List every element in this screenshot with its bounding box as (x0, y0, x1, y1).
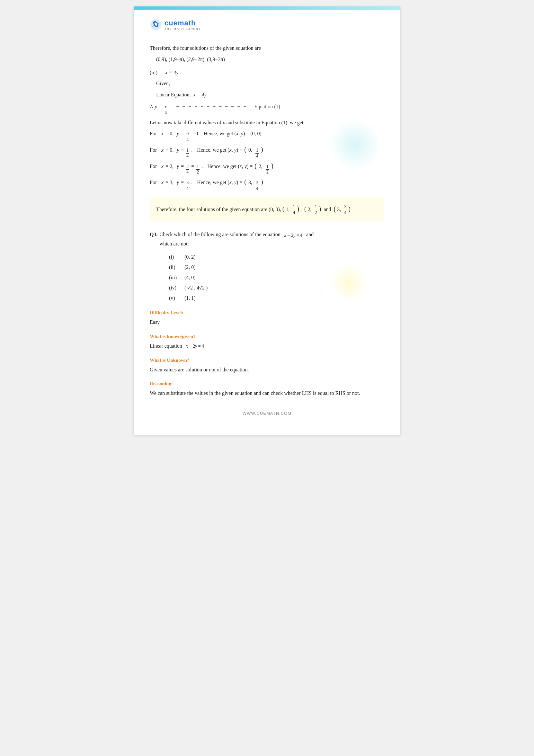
q3-item-v-label: (v) (169, 293, 180, 303)
q3-which: which are not: (159, 241, 189, 246)
section-iii-solutions: (0,9), (1,9−π), (2,9−2π), (3,9−3π) (156, 55, 384, 64)
q3-item-iii-label: (iii) (169, 272, 180, 283)
unknown-section: What is Unknown? Given values are soluti… (150, 356, 384, 375)
for-row-3: For x= 2, y= 2 4 = 1 2 . Hence, we get (… (150, 160, 384, 176)
q3-item-i: (i) (0, 2) (169, 252, 384, 262)
q3-number: Q3. (150, 230, 157, 239)
logo-tagline: THE MATH EXPERT (165, 27, 201, 31)
known-equation: x − 2y = 4 (186, 344, 204, 349)
conclusion-text: Therefore, the four solutions of the giv… (156, 206, 282, 212)
conclusion-box: Therefore, the four solutions of the giv… (150, 197, 384, 221)
part-iii-header: (iii) x = 4y (150, 68, 384, 77)
difficulty-label: Difficulty Level: (150, 309, 384, 317)
q3-item-iv-label: (iv) (169, 283, 180, 293)
q3-header: Q3. Check which of the following are sol… (150, 230, 384, 249)
rocket-icon (150, 19, 162, 31)
difficulty-value: Easy (150, 318, 384, 327)
header: cuemath THE MATH EXPERT (150, 19, 384, 34)
linear-eq-row: Linear Equation, x = 4y (156, 90, 384, 99)
reasoning-section: Reasoning: We can substitute the values … (150, 379, 384, 398)
q3-item-iii-value: (4, 0) (184, 272, 196, 283)
known-text-row: Linear equation x − 2y = 4 (150, 341, 384, 351)
difficulty-section: Difficulty Level: Easy (150, 309, 384, 327)
content: Therefore, the four solutions of the giv… (150, 44, 384, 398)
for-row-1: For x= 0, y= 0 4 = 0. Hence, we get (x, … (150, 129, 384, 143)
q3-item-v: (v) (1, 1) (169, 293, 384, 303)
q3-item-iii: (iii) (4, 0) (169, 272, 384, 283)
equation-label: Equation (1) (254, 102, 280, 112)
unknown-label: What is Unknown? (150, 356, 384, 365)
main-page: cuemath THE MATH EXPERT Therefore, the f… (134, 7, 400, 435)
for-row-2: For x= 0, y= 1 4 . Hence, we get (x, y) … (150, 144, 384, 159)
logo-name: cuemath (165, 19, 201, 27)
website: WWW.CUEMATH.COM (243, 411, 291, 416)
q3-item-ii-value: (2, 0) (184, 262, 196, 272)
known-label: What is known/given? (150, 332, 384, 341)
q3-item-i-value: (0, 2) (184, 252, 196, 262)
q3-equation: x − 2y = 4 (284, 233, 302, 238)
q3-item-ii: (ii) (2, 0) (169, 262, 384, 272)
fraction-x-over-4: x 4 (164, 104, 167, 116)
dashes: − − − − − − − − − − − − (169, 102, 247, 112)
q3-item-v-value: (1, 1) (184, 293, 196, 303)
logo-text: cuemath THE MATH EXPERT (165, 19, 201, 31)
unknown-text: Given values are solution or not of the … (150, 365, 384, 375)
for-row-4: For x= 3, y= 3 4 . Hence, we get (x, y) … (150, 176, 384, 192)
q3-and: and (306, 232, 314, 237)
therefore-symbol: ∴ (150, 102, 153, 112)
q3-sublist: (i) (0, 2) (ii) (2, 0) (iii) (4, 0) (iv)… (169, 252, 384, 303)
q3-section: Q3. Check which of the following are sol… (150, 230, 384, 303)
footer: WWW.CUEMATH.COM (150, 411, 384, 416)
reasoning-label: Reasoning: (150, 379, 384, 388)
reasoning-text: We can substitute the values in the give… (150, 389, 384, 398)
logo: cuemath THE MATH EXPERT (150, 19, 201, 31)
q3-item-i-label: (i) (169, 252, 180, 262)
q3-text: Check which of the following are solutio… (159, 232, 280, 237)
substitute-text: Let us now take different values of x an… (150, 118, 384, 127)
q3-item-ii-label: (ii) (169, 262, 180, 272)
known-section: What is known/given? Linear equation x −… (150, 332, 384, 351)
therefore-row: ∴ y = x 4 − − − − − − − − − − − − Equati… (150, 102, 384, 116)
known-text: Linear equation (150, 343, 182, 349)
q3-item-iv: (iv) ( √2 , 4√2 ) (169, 283, 384, 293)
given-label: Given, (156, 79, 384, 88)
section-intro-text: Therefore, the four solutions of the giv… (150, 44, 384, 53)
q3-item-iv-value: ( √2 , 4√2 ) (184, 283, 207, 293)
